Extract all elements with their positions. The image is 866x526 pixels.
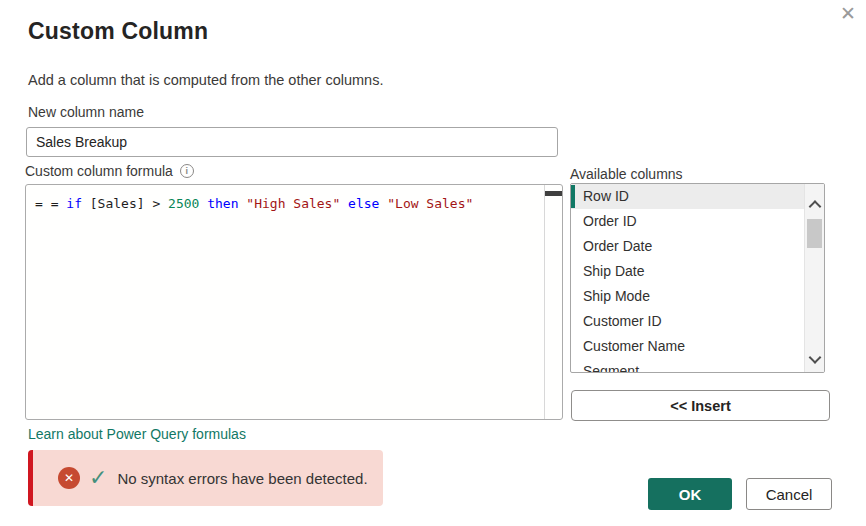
error-badge-icon: ✕ bbox=[58, 467, 80, 489]
list-item-ship-mode[interactable]: Ship Mode bbox=[571, 284, 804, 309]
custom-column-dialog: ✕ Custom Column Add a column that is com… bbox=[0, 0, 866, 526]
formula-token: then bbox=[207, 196, 238, 211]
formula-token: if bbox=[66, 196, 82, 211]
cancel-button[interactable]: Cancel bbox=[746, 478, 832, 510]
page-title: Custom Column bbox=[28, 18, 208, 45]
formula-token: 2500 bbox=[168, 196, 199, 211]
formula-token: else bbox=[348, 196, 379, 211]
available-columns-list[interactable]: Row IDOrder IDOrder DateShip DateShip Mo… bbox=[571, 184, 804, 373]
formula-scroll-thumb[interactable] bbox=[545, 191, 562, 196]
list-item-order-date[interactable]: Order Date bbox=[571, 234, 804, 259]
formula-token bbox=[340, 196, 348, 211]
info-icon[interactable]: i bbox=[180, 164, 194, 178]
list-item-customer-name[interactable]: Customer Name bbox=[571, 334, 804, 359]
formula-label: Custom column formula bbox=[25, 163, 173, 179]
list-scroll-thumb[interactable] bbox=[807, 219, 822, 248]
formula-editor[interactable]: = = if [Sales] > 2500 then "High Sales" … bbox=[25, 184, 563, 420]
formula-token: = = bbox=[35, 196, 66, 211]
list-item-customer-id[interactable]: Customer ID bbox=[571, 309, 804, 334]
close-icon[interactable]: ✕ bbox=[840, 2, 856, 26]
status-banner: ✕ ✓ No syntax errors have been detected. bbox=[28, 450, 383, 506]
available-columns-listbox: Row IDOrder IDOrder DateShip DateShip Mo… bbox=[570, 183, 825, 373]
list-scrollbar[interactable] bbox=[804, 184, 824, 372]
formula-scrollbar[interactable] bbox=[544, 185, 562, 419]
list-item-segment[interactable]: Segment bbox=[571, 359, 804, 373]
learn-power-query-link[interactable]: Learn about Power Query formulas bbox=[28, 426, 246, 442]
formula-code: = = if [Sales] > 2500 then "High Sales" … bbox=[35, 196, 538, 211]
formula-token: "Low Sales" bbox=[387, 196, 473, 211]
available-columns-label: Available columns bbox=[570, 166, 683, 182]
formula-token: [Sales] > bbox=[82, 196, 168, 211]
formula-token: "High Sales" bbox=[246, 196, 340, 211]
dialog-subtitle: Add a column that is computed from the o… bbox=[28, 72, 383, 88]
check-icon: ✓ bbox=[89, 467, 107, 489]
status-message: No syntax errors have been detected. bbox=[117, 470, 367, 487]
list-item-row-id[interactable]: Row ID bbox=[571, 184, 804, 209]
new-column-name-input[interactable] bbox=[26, 127, 558, 157]
ok-button[interactable]: OK bbox=[648, 478, 732, 510]
chevron-up-icon[interactable] bbox=[808, 200, 821, 213]
list-item-ship-date[interactable]: Ship Date bbox=[571, 259, 804, 284]
insert-button[interactable]: << Insert bbox=[571, 390, 830, 421]
chevron-down-icon[interactable] bbox=[808, 351, 821, 364]
new-column-name-label: New column name bbox=[28, 104, 144, 120]
list-item-order-id[interactable]: Order ID bbox=[571, 209, 804, 234]
